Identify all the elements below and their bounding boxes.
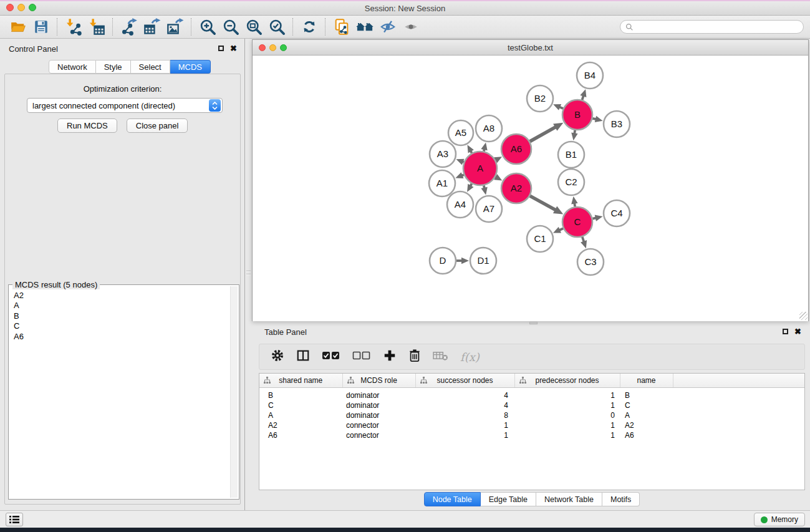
network-canvas[interactable]: B4B2BB3A5A8A6B1A3AA1C2A2A4A7C4CC1C3DD1: [253, 56, 808, 321]
tab-motifs[interactable]: Motifs: [602, 492, 640, 506]
tab-node-table[interactable]: Node Table: [424, 492, 481, 506]
graph-edge-arrowhead: [581, 240, 587, 248]
graph-node-label: C: [574, 216, 581, 227]
window-resize-grip[interactable]: [799, 312, 808, 320]
tab-network-table[interactable]: Network Table: [536, 492, 602, 506]
criterion-select[interactable]: largest connected component (directed): [27, 98, 223, 113]
home-networks-button[interactable]: [353, 17, 376, 37]
zoom-out-icon: [222, 18, 239, 36]
zoom-fit-button[interactable]: [242, 17, 265, 37]
memory-label: Memory: [771, 515, 798, 524]
column-header[interactable]: name: [620, 374, 673, 387]
export-network-icon: [120, 18, 138, 36]
table-row[interactable]: Bdominator41B: [259, 387, 804, 400]
mcds-result-title: MCDS result (5 nodes): [12, 280, 100, 289]
graph-edge-A6-B[interactable]: [530, 127, 556, 142]
tab-network[interactable]: Network: [49, 60, 96, 74]
mcds-result-item[interactable]: A: [10, 301, 230, 311]
mcds-result-item[interactable]: A2: [10, 291, 230, 301]
toolbar-separator: [325, 18, 325, 36]
export-image-icon: [166, 18, 184, 36]
zoom-in-button[interactable]: [196, 17, 219, 37]
graph-edge-arrowhead: [580, 89, 586, 97]
table-settings-button[interactable]: [271, 349, 284, 365]
close-table-panel-icon[interactable]: ✖: [794, 328, 801, 335]
control-panel-title: Control Panel: [9, 44, 58, 54]
import-table-button[interactable]: [85, 17, 108, 37]
graph-node-label: A4: [455, 199, 466, 210]
zoom-selected-button[interactable]: [265, 17, 288, 37]
graph-edge-A2-C[interactable]: [530, 196, 556, 210]
float-panel-icon[interactable]: [218, 46, 224, 51]
mcds-result-item[interactable]: B: [10, 311, 230, 321]
graph-node-label: C1: [534, 233, 546, 244]
float-table-panel-icon[interactable]: [783, 329, 788, 334]
import-network-button[interactable]: [62, 17, 85, 37]
network-graph: B4B2BB3A5A8A6B1A3AA1C2A2A4A7C4CC1C3DD1: [253, 56, 808, 321]
column-header[interactable]: predecessor nodes: [514, 374, 620, 387]
graph-node-label: A6: [511, 143, 522, 154]
open-file-button[interactable]: [6, 17, 29, 37]
export-table-button[interactable]: [140, 17, 163, 37]
plus-icon: [383, 349, 397, 362]
deselect-all-columns-button[interactable]: [352, 350, 371, 364]
status-bar: Memory: [0, 510, 810, 528]
graph-edge-arrowhead: [595, 215, 603, 221]
zoom-out-button[interactable]: [219, 17, 242, 37]
memory-button[interactable]: Memory: [754, 513, 805, 526]
splitter-grip[interactable]: [246, 267, 251, 278]
graph-node-label: A5: [455, 127, 466, 138]
column-header[interactable]: successor nodes: [415, 374, 514, 387]
add-column-button[interactable]: [383, 349, 397, 365]
export-image-button[interactable]: [163, 17, 186, 37]
select-all-columns-button[interactable]: [322, 350, 340, 364]
table-row[interactable]: A6connector11A6: [259, 430, 804, 440]
function-builder-button[interactable]: f(x): [460, 351, 480, 364]
graph-node-label: C4: [610, 208, 622, 218]
close-panel-button[interactable]: Close panel: [127, 118, 188, 133]
run-mcds-button[interactable]: Run MCDS: [57, 118, 117, 133]
column-header[interactable]: MCDS role: [342, 374, 415, 387]
graph-edge-arrowhead: [571, 196, 577, 205]
graph-edge-arrowhead: [571, 133, 577, 141]
export-network-button[interactable]: [117, 17, 140, 37]
desktop-background: [0, 528, 810, 532]
zoom-selected-icon: [268, 18, 286, 36]
graph-edge-arrowhead: [481, 142, 487, 150]
refresh-button[interactable]: [297, 17, 321, 37]
task-history-button[interactable]: [6, 513, 23, 526]
table-header-row: shared nameMCDS rolesuccessor nodesprede…: [259, 374, 804, 387]
column-header[interactable]: shared name: [259, 374, 342, 387]
scrollbar[interactable]: [230, 286, 238, 498]
tab-select[interactable]: Select: [131, 60, 170, 74]
horizontal-splitter-grip[interactable]: [529, 322, 538, 324]
tab-mcds[interactable]: MCDS: [170, 60, 211, 74]
graph-node-label: A3: [437, 148, 448, 159]
save-session-button[interactable]: [29, 17, 52, 37]
show-all-button[interactable]: [399, 17, 422, 37]
clone-network-button[interactable]: [330, 17, 353, 37]
select-stepper-icon: [209, 99, 221, 112]
delete-column-button[interactable]: [408, 349, 421, 365]
zoom-fit-icon: [245, 18, 263, 36]
app-title: Session: New Session: [0, 1, 810, 16]
folder-open-icon: [9, 19, 27, 35]
unchecked-checkboxes-icon: [352, 350, 371, 361]
search-box: [620, 20, 804, 34]
tab-edge-table[interactable]: Edge Table: [481, 492, 536, 506]
table-row[interactable]: Adominator80A: [259, 410, 804, 420]
mcds-result-item[interactable]: C: [10, 321, 230, 331]
search-input[interactable]: [637, 21, 803, 32]
export-table-icon: [143, 18, 161, 36]
delete-table-button[interactable]: [433, 350, 448, 364]
table-row[interactable]: A2connector11A2: [259, 420, 804, 430]
tab-style[interactable]: Style: [96, 60, 131, 74]
eye-icon: [402, 19, 420, 35]
checked-checkboxes-icon: [322, 350, 340, 361]
mcds-result-item[interactable]: A6: [10, 332, 230, 342]
show-columns-button[interactable]: [296, 349, 310, 365]
close-panel-icon[interactable]: ✖: [230, 45, 237, 52]
network-window-titlebar[interactable]: testGlobe.txt: [253, 40, 808, 56]
hide-selected-button[interactable]: [376, 17, 399, 37]
table-row[interactable]: Cdominator41C: [259, 400, 804, 410]
